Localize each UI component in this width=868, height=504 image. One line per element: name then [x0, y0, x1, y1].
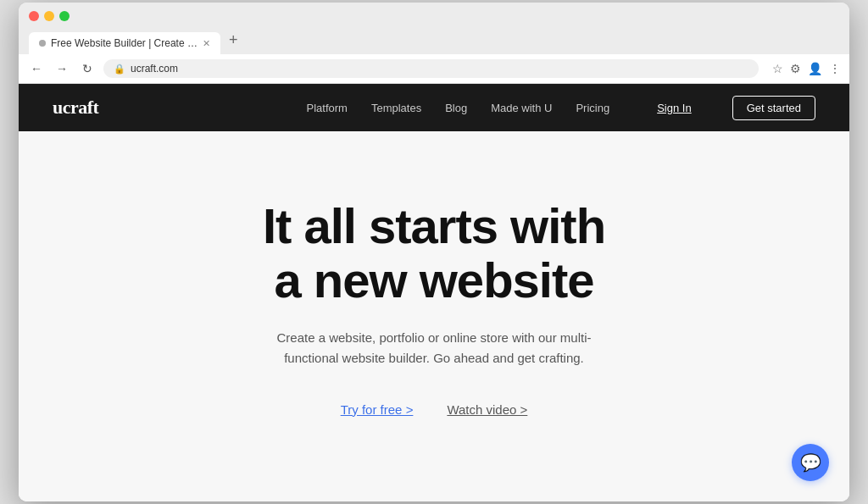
website-content: ucraft Platform Templates Blog Made with…: [19, 84, 849, 501]
nav-templates[interactable]: Templates: [371, 102, 421, 114]
nav-made-with-u[interactable]: Made with U: [491, 102, 552, 114]
nav-platform[interactable]: Platform: [307, 102, 348, 114]
hero-title: It all starts witha new website: [263, 199, 605, 307]
get-started-button[interactable]: Get started: [732, 96, 815, 120]
browser-chrome: Free Website Builder | Create … ✕ +: [19, 3, 849, 54]
chat-icon: 💬: [800, 452, 821, 473]
back-button[interactable]: ←: [27, 59, 46, 78]
nav-pricing[interactable]: Pricing: [576, 102, 609, 114]
try-for-free-link[interactable]: Try for free >: [341, 402, 414, 417]
close-button[interactable]: [29, 11, 39, 21]
hero-subtitle: Create a website, portfolio or online st…: [273, 328, 595, 368]
watch-video-link[interactable]: Watch video >: [447, 402, 527, 417]
tab-title: Free Website Builder | Create …: [51, 37, 198, 49]
forward-button[interactable]: →: [53, 59, 71, 78]
hero-actions: Try for free > Watch video >: [341, 402, 528, 417]
lock-icon: 🔒: [114, 64, 125, 75]
address-bar-row: ← → ↻ 🔒 ucraft.com ☆ ⚙ 👤 ⋮: [19, 54, 849, 84]
chat-bubble[interactable]: 💬: [792, 444, 829, 481]
address-text: ucraft.com: [131, 63, 178, 75]
traffic-lights: [29, 11, 839, 21]
extension-icon[interactable]: ⚙: [790, 62, 801, 75]
browser-actions: ☆ ⚙ 👤 ⋮: [772, 62, 841, 75]
nav-links: Platform Templates Blog Made with U Pric…: [307, 96, 815, 120]
bookmark-icon[interactable]: ☆: [772, 62, 783, 75]
refresh-button[interactable]: ↻: [78, 59, 97, 78]
nav-blog[interactable]: Blog: [445, 102, 467, 114]
site-nav: ucraft Platform Templates Blog Made with…: [19, 84, 849, 131]
signin-link[interactable]: Sign In: [657, 102, 691, 114]
minimize-button[interactable]: [44, 11, 54, 21]
site-logo[interactable]: ucraft: [53, 97, 98, 119]
browser-tab[interactable]: Free Website Builder | Create … ✕: [29, 32, 220, 54]
tab-favicon: [39, 40, 46, 47]
tab-bar: Free Website Builder | Create … ✕ +: [29, 28, 839, 54]
fullscreen-button[interactable]: [59, 11, 70, 21]
menu-icon[interactable]: ⋮: [829, 62, 841, 75]
new-tab-button[interactable]: +: [222, 28, 245, 53]
browser-window: Free Website Builder | Create … ✕ + ← → …: [19, 3, 849, 501]
profile-icon[interactable]: 👤: [808, 62, 822, 75]
tab-close-icon[interactable]: ✕: [203, 38, 210, 49]
hero-section: It all starts witha new website Create a…: [19, 131, 849, 501]
address-field[interactable]: 🔒 ucraft.com: [103, 59, 759, 78]
